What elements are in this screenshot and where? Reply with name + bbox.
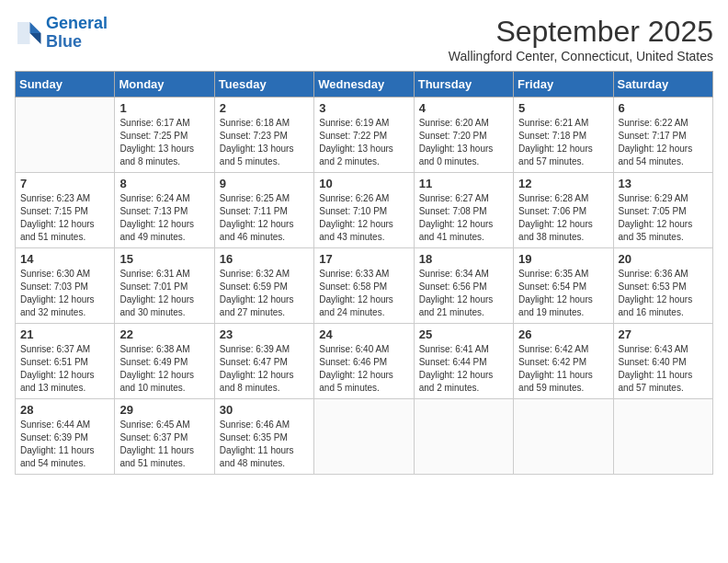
calendar-cell	[514, 399, 613, 475]
day-info: Sunrise: 6:26 AMSunset: 7:10 PMDaylight:…	[319, 192, 408, 244]
calendar-cell: 14Sunrise: 6:30 AMSunset: 7:03 PMDayligh…	[16, 248, 115, 324]
calendar-cell: 13Sunrise: 6:29 AMSunset: 7:05 PMDayligh…	[613, 173, 712, 248]
day-number: 6	[619, 101, 708, 115]
calendar-week-row: 1Sunrise: 6:17 AMSunset: 7:25 PMDaylight…	[16, 98, 713, 173]
calendar-cell: 15Sunrise: 6:31 AMSunset: 7:01 PMDayligh…	[115, 248, 214, 324]
calendar-week-row: 14Sunrise: 6:30 AMSunset: 7:03 PMDayligh…	[16, 248, 713, 324]
day-info: Sunrise: 6:38 AMSunset: 6:49 PMDaylight:…	[119, 343, 209, 395]
day-info: Sunrise: 6:41 AMSunset: 6:44 PMDaylight:…	[419, 343, 508, 395]
day-number: 14	[20, 252, 109, 266]
calendar-cell: 7Sunrise: 6:23 AMSunset: 7:15 PMDaylight…	[16, 173, 115, 248]
day-info: Sunrise: 6:40 AMSunset: 6:46 PMDaylight:…	[319, 343, 408, 395]
day-of-week-header: Tuesday	[214, 72, 313, 98]
day-number: 8	[119, 177, 209, 190]
day-info: Sunrise: 6:31 AMSunset: 7:01 PMDaylight:…	[119, 268, 209, 319]
logo-line1: General	[46, 14, 108, 32]
day-info: Sunrise: 6:18 AMSunset: 7:23 PMDaylight:…	[220, 117, 309, 168]
calendar-cell: 11Sunrise: 6:27 AMSunset: 7:08 PMDayligh…	[414, 173, 513, 248]
calendar-cell: 8Sunrise: 6:24 AMSunset: 7:13 PMDaylight…	[115, 173, 214, 248]
day-number: 17	[319, 252, 408, 266]
day-info: Sunrise: 6:17 AMSunset: 7:25 PMDaylight:…	[119, 117, 209, 168]
calendar-week-row: 7Sunrise: 6:23 AMSunset: 7:15 PMDaylight…	[16, 173, 713, 248]
calendar-cell: 24Sunrise: 6:40 AMSunset: 6:46 PMDayligh…	[314, 324, 414, 399]
calendar-header-row: SundayMondayTuesdayWednesdayThursdayFrid…	[16, 72, 713, 98]
calendar-cell: 18Sunrise: 6:34 AMSunset: 6:56 PMDayligh…	[414, 248, 513, 324]
calendar-cell	[414, 399, 513, 475]
day-info: Sunrise: 6:35 AMSunset: 6:54 PMDaylight:…	[518, 268, 608, 319]
day-number: 26	[518, 327, 608, 341]
calendar-cell	[314, 399, 414, 475]
day-number: 16	[220, 252, 309, 266]
day-number: 27	[619, 327, 708, 341]
day-number: 15	[119, 252, 209, 266]
day-of-week-header: Sunday	[16, 72, 115, 98]
logo-text: General Blue	[46, 15, 108, 52]
day-info: Sunrise: 6:33 AMSunset: 6:58 PMDaylight:…	[319, 268, 408, 319]
calendar-cell: 22Sunrise: 6:38 AMSunset: 6:49 PMDayligh…	[115, 324, 214, 399]
day-of-week-header: Saturday	[613, 72, 712, 98]
day-info: Sunrise: 6:36 AMSunset: 6:53 PMDaylight:…	[619, 268, 708, 319]
calendar-cell	[613, 399, 712, 475]
day-info: Sunrise: 6:46 AMSunset: 6:35 PMDaylight:…	[220, 419, 309, 470]
day-info: Sunrise: 6:25 AMSunset: 7:11 PMDaylight:…	[220, 192, 309, 244]
svg-marker-1	[30, 33, 41, 44]
day-info: Sunrise: 6:42 AMSunset: 6:42 PMDaylight:…	[518, 343, 608, 395]
day-number: 2	[220, 101, 309, 115]
page-header: General Blue September 2025 Wallingford …	[15, 15, 713, 63]
day-number: 23	[220, 327, 309, 341]
day-info: Sunrise: 6:28 AMSunset: 7:06 PMDaylight:…	[518, 192, 608, 244]
calendar-cell: 4Sunrise: 6:20 AMSunset: 7:20 PMDaylight…	[414, 98, 513, 173]
day-info: Sunrise: 6:21 AMSunset: 7:18 PMDaylight:…	[518, 117, 608, 168]
day-info: Sunrise: 6:20 AMSunset: 7:20 PMDaylight:…	[419, 117, 508, 168]
day-info: Sunrise: 6:44 AMSunset: 6:39 PMDaylight:…	[20, 419, 109, 470]
day-of-week-header: Wednesday	[314, 72, 414, 98]
calendar-cell: 21Sunrise: 6:37 AMSunset: 6:51 PMDayligh…	[16, 324, 115, 399]
day-number: 3	[319, 101, 408, 115]
calendar-table: SundayMondayTuesdayWednesdayThursdayFrid…	[15, 71, 713, 475]
day-info: Sunrise: 6:30 AMSunset: 7:03 PMDaylight:…	[20, 268, 109, 319]
day-number: 22	[119, 327, 209, 341]
day-number: 20	[619, 252, 708, 266]
day-number: 21	[20, 327, 109, 341]
calendar-cell: 9Sunrise: 6:25 AMSunset: 7:11 PMDaylight…	[214, 173, 313, 248]
calendar-cell: 19Sunrise: 6:35 AMSunset: 6:54 PMDayligh…	[514, 248, 613, 324]
location: Wallingford Center, Connecticut, United …	[449, 49, 713, 63]
calendar-week-row: 21Sunrise: 6:37 AMSunset: 6:51 PMDayligh…	[16, 324, 713, 399]
day-info: Sunrise: 6:32 AMSunset: 6:59 PMDaylight:…	[220, 268, 309, 319]
svg-marker-2	[17, 22, 30, 44]
day-number: 13	[619, 177, 708, 190]
calendar-cell: 28Sunrise: 6:44 AMSunset: 6:39 PMDayligh…	[16, 399, 115, 475]
day-info: Sunrise: 6:37 AMSunset: 6:51 PMDaylight:…	[20, 343, 109, 395]
calendar-cell: 12Sunrise: 6:28 AMSunset: 7:06 PMDayligh…	[514, 173, 613, 248]
day-number: 11	[419, 177, 508, 190]
day-info: Sunrise: 6:27 AMSunset: 7:08 PMDaylight:…	[419, 192, 508, 244]
calendar-cell: 1Sunrise: 6:17 AMSunset: 7:25 PMDaylight…	[115, 98, 214, 173]
svg-marker-0	[30, 22, 41, 33]
calendar-cell	[16, 98, 115, 173]
calendar-cell: 3Sunrise: 6:19 AMSunset: 7:22 PMDaylight…	[314, 98, 414, 173]
calendar-cell: 2Sunrise: 6:18 AMSunset: 7:23 PMDaylight…	[214, 98, 313, 173]
day-info: Sunrise: 6:19 AMSunset: 7:22 PMDaylight:…	[319, 117, 408, 168]
calendar-week-row: 28Sunrise: 6:44 AMSunset: 6:39 PMDayligh…	[16, 399, 713, 475]
day-info: Sunrise: 6:29 AMSunset: 7:05 PMDaylight:…	[619, 192, 708, 244]
day-info: Sunrise: 6:45 AMSunset: 6:37 PMDaylight:…	[119, 419, 209, 470]
day-number: 30	[220, 403, 309, 417]
day-number: 5	[518, 101, 608, 115]
day-of-week-header: Monday	[115, 72, 214, 98]
day-info: Sunrise: 6:22 AMSunset: 7:17 PMDaylight:…	[619, 117, 708, 168]
day-number: 29	[119, 403, 209, 417]
calendar-cell: 5Sunrise: 6:21 AMSunset: 7:18 PMDaylight…	[514, 98, 613, 173]
calendar-cell: 26Sunrise: 6:42 AMSunset: 6:42 PMDayligh…	[514, 324, 613, 399]
day-info: Sunrise: 6:23 AMSunset: 7:15 PMDaylight:…	[20, 192, 109, 244]
title-block: September 2025 Wallingford Center, Conne…	[449, 15, 713, 63]
day-number: 19	[518, 252, 608, 266]
logo-icon	[15, 19, 42, 47]
day-number: 9	[220, 177, 309, 190]
day-number: 18	[419, 252, 508, 266]
day-number: 28	[20, 403, 109, 417]
calendar-cell: 6Sunrise: 6:22 AMSunset: 7:17 PMDaylight…	[613, 98, 712, 173]
calendar-cell: 20Sunrise: 6:36 AMSunset: 6:53 PMDayligh…	[613, 248, 712, 324]
calendar-cell: 27Sunrise: 6:43 AMSunset: 6:40 PMDayligh…	[613, 324, 712, 399]
logo: General Blue	[15, 15, 108, 52]
calendar-cell: 16Sunrise: 6:32 AMSunset: 6:59 PMDayligh…	[214, 248, 313, 324]
